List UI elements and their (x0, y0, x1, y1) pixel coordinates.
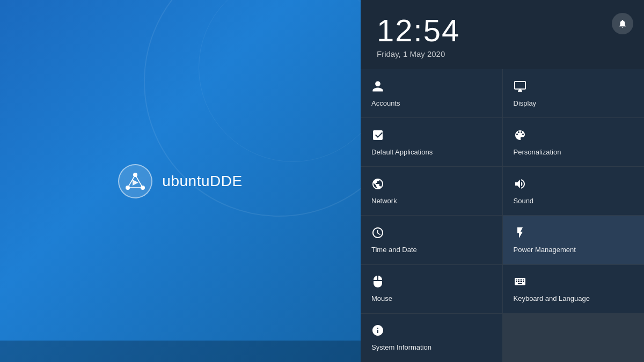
right-panel: 12:54 Friday, 1 May 2020 Accounts Displa… (361, 0, 644, 362)
logo-area: ubuntuDDE (118, 164, 242, 198)
settings-grid: Accounts Display Default Applications Pe… (361, 69, 644, 362)
sound-icon (514, 178, 526, 193)
default-applications-label: Default Applications (371, 148, 433, 156)
clock-date: Friday, 1 May 2020 (377, 49, 628, 58)
display-icon (514, 80, 526, 95)
settings-item-personalization[interactable]: Personalization (503, 118, 645, 166)
time-and-date-label: Time and Date (371, 246, 417, 254)
sound-label: Sound (514, 197, 534, 205)
left-panel: ubuntuDDE (0, 0, 361, 362)
network-icon (371, 178, 384, 193)
accounts-label: Accounts (371, 99, 400, 107)
settings-item-time-and-date[interactable]: Time and Date (361, 216, 502, 264)
notification-bell-button[interactable] (612, 13, 633, 34)
mouse-icon (371, 275, 384, 290)
default-applications-icon (371, 129, 384, 144)
time-and-date-icon (371, 226, 384, 241)
settings-item-network[interactable]: Network (361, 167, 502, 215)
power-management-icon (514, 226, 526, 241)
svg-line-4 (135, 175, 143, 188)
settings-item-default-applications[interactable]: Default Applications (361, 118, 502, 166)
logo-circle (118, 164, 152, 198)
settings-item-system-information[interactable]: System Information (361, 314, 502, 362)
taskbar (0, 341, 361, 362)
svg-marker-6 (133, 180, 138, 186)
power-management-label: Power Management (514, 246, 576, 254)
logo-text: ubuntuDDE (162, 173, 242, 190)
personalization-icon (514, 129, 526, 144)
settings-item-mouse[interactable]: Mouse (361, 265, 502, 313)
personalization-label: Personalization (514, 148, 561, 156)
system-information-label: System Information (371, 343, 431, 351)
system-information-icon (371, 324, 384, 339)
keyboard-and-language-label: Keyboard and Language (514, 294, 590, 302)
clock-area: 12:54 Friday, 1 May 2020 (361, 0, 644, 69)
mouse-label: Mouse (371, 294, 392, 302)
network-label: Network (371, 197, 397, 205)
settings-item-sound[interactable]: Sound (503, 167, 645, 215)
logo-icon (125, 171, 146, 192)
settings-item-accounts[interactable]: Accounts (361, 69, 502, 117)
accounts-icon (371, 80, 384, 95)
settings-item-keyboard-and-language[interactable]: Keyboard and Language (503, 265, 645, 313)
bell-icon (618, 19, 627, 28)
clock-time: 12:54 (377, 15, 628, 46)
settings-item-power-management[interactable]: Power Management (503, 216, 645, 264)
settings-item-display[interactable]: Display (503, 69, 645, 117)
display-label: Display (514, 99, 537, 107)
keyboard-icon (514, 275, 526, 290)
